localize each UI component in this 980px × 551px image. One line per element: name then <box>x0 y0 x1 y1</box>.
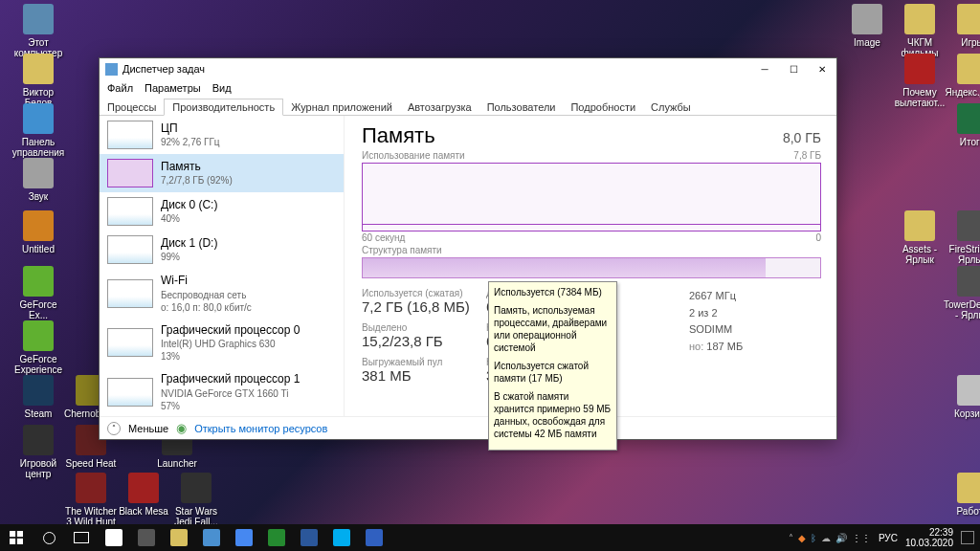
gpu1-thumb <box>107 378 153 407</box>
sidebar-item-wifi[interactable]: Wi-FiБеспроводная сетьo: 16,0 п: 80,0 кб… <box>100 269 344 319</box>
minimize-button[interactable]: ─ <box>750 58 779 79</box>
wifi-thumb <box>107 279 153 308</box>
notifications-icon[interactable] <box>961 531 974 544</box>
desktop-icon[interactable]: Виктор Белов <box>10 54 67 108</box>
svg-rect-0 <box>10 531 15 537</box>
sidebar-item-memory[interactable]: Память7,2/7,8 ГБ (92%) <box>100 154 344 192</box>
desktop-icon[interactable]: Assets - Ярлык <box>891 210 948 265</box>
tabs: Процессы Производительность Журнал прило… <box>100 97 836 116</box>
sidebar-item-gpu1[interactable]: Графический процессор 1NVIDIA GeForce GT… <box>100 367 344 416</box>
sidebar-item-gpu0[interactable]: Графический процессор 0Intel(R) UHD Grap… <box>100 319 344 368</box>
tab-users[interactable]: Пользователи <box>479 99 564 115</box>
taskbar-item[interactable] <box>195 524 228 551</box>
tab-processes[interactable]: Процессы <box>100 99 164 115</box>
titlebar[interactable]: Диспетчер задач ─ ☐ ✕ <box>100 58 836 79</box>
svg-rect-2 <box>10 539 15 544</box>
desktop-icon[interactable]: Итоги <box>944 103 980 147</box>
start-button[interactable] <box>0 524 33 551</box>
desktop-icon[interactable]: Игры <box>944 4 980 48</box>
desktop-icon[interactable]: Star Wars Jedi Fall... <box>167 473 225 527</box>
search-icon[interactable] <box>33 524 65 551</box>
desktop-icon[interactable]: Почему вылетают... <box>891 54 948 108</box>
desktop-icon[interactable]: Этот компьютер <box>10 4 67 58</box>
taskbar-item[interactable] <box>260 524 293 551</box>
taskbar-item[interactable] <box>325 524 358 551</box>
sidebar-item-disk0[interactable]: Диск 0 (C:)40% <box>100 192 344 231</box>
taskbar[interactable]: ˄ ◆ ᛒ ☁ 🔊 ⋮⋮ РУС 22:39 10.03.2020 <box>0 524 980 551</box>
page-title: Память <box>362 123 435 148</box>
tab-performance[interactable]: Производительность <box>164 99 283 116</box>
taskbar-item[interactable] <box>228 524 260 551</box>
desktop-icon[interactable]: Steam <box>10 375 67 419</box>
tab-startup[interactable]: Автозагрузка <box>400 99 479 115</box>
desktop-icon[interactable]: Игровой центр <box>10 425 67 479</box>
tab-details[interactable]: Подробности <box>563 99 643 115</box>
gpu0-thumb <box>107 328 153 357</box>
desktop-icon[interactable]: The Witcher 3 Wild Hunt <box>62 473 120 527</box>
desktop-icon[interactable]: Untitled <box>10 210 67 254</box>
cpu-thumb <box>107 121 153 149</box>
desktop-icon[interactable]: ЧКГМ фильмы <box>891 4 948 58</box>
taskbar-item[interactable] <box>163 524 195 551</box>
lang-indicator[interactable]: РУС <box>879 533 898 543</box>
wifi-icon[interactable]: ⋮⋮ <box>852 533 871 543</box>
close-button[interactable]: ✕ <box>808 58 836 79</box>
open-resmon-link[interactable]: Открыть монитор ресурсов <box>194 423 327 434</box>
task-view-icon[interactable] <box>65 524 98 551</box>
bt-icon[interactable]: ᛒ <box>811 533 816 543</box>
menu-view[interactable]: Вид <box>212 82 232 94</box>
maximize-button[interactable]: ☐ <box>779 58 808 79</box>
struct-label: Структура памяти <box>362 245 821 255</box>
sidebar-item-disk1[interactable]: Диск 1 (D:)99% <box>100 231 344 269</box>
desktop-icon[interactable]: Black Mesa <box>115 473 172 517</box>
disk1-thumb <box>107 235 153 264</box>
memory-tooltip: Используется (7384 МБ) Память, используе… <box>488 281 617 451</box>
task-manager-window: Диспетчер задач ─ ☐ ✕ Файл Параметры Вид… <box>99 57 837 440</box>
tab-services[interactable]: Службы <box>643 99 699 115</box>
desktop-icon[interactable]: GeForce Ex... <box>10 266 67 320</box>
tab-app-history[interactable]: Журнал приложений <box>283 99 400 115</box>
volume-icon[interactable]: 🔊 <box>835 533 847 543</box>
usage-label: Использование памяти <box>362 150 465 161</box>
desktop-icon[interactable]: FireStrike - Ярлык <box>944 210 980 265</box>
tray[interactable]: ˄ ◆ ᛒ ☁ 🔊 ⋮⋮ <box>789 533 871 543</box>
desktop-icon[interactable]: GeForce Experience <box>10 320 67 375</box>
menubar: Файл Параметры Вид <box>100 79 836 97</box>
resmon-icon: ◉ <box>176 421 187 435</box>
disk0-thumb <box>107 197 153 226</box>
desktop-icon[interactable]: Image <box>838 4 896 48</box>
memory-composition[interactable] <box>362 257 821 278</box>
memory-usage-graph[interactable] <box>362 163 821 231</box>
collapse-icon[interactable]: ˄ <box>107 422 121 435</box>
desktop-icon[interactable]: Звук <box>10 158 67 202</box>
sidebar-item-cpu[interactable]: ЦП92% 2,76 ГГц <box>100 116 344 154</box>
desktop-icon[interactable]: Работа <box>944 473 980 517</box>
menu-options[interactable]: Параметры <box>145 82 201 94</box>
taskbar-item[interactable] <box>358 524 390 551</box>
desktop-icon[interactable]: TowerDefen... - Ярлык <box>944 266 980 320</box>
mem-thumb <box>107 159 153 187</box>
app-icon <box>105 63 118 76</box>
av-icon[interactable]: ◆ <box>798 533 806 543</box>
taskbar-item[interactable] <box>293 524 325 551</box>
window-title: Диспетчер задач <box>122 63 205 75</box>
onedrive-icon[interactable]: ☁ <box>821 533 831 543</box>
svg-rect-1 <box>17 531 23 537</box>
footer: ˄ Меньше ◉ Открыть монитор ресурсов <box>100 416 836 439</box>
taskbar-item[interactable] <box>98 524 130 551</box>
taskbar-item[interactable] <box>130 524 163 551</box>
total-memory: 8,0 ГБ <box>783 130 821 145</box>
menu-file[interactable]: Файл <box>107 82 133 94</box>
sidebar: ЦП92% 2,76 ГГц Память7,2/7,8 ГБ (92%) Ди… <box>100 116 345 416</box>
desktop-icon[interactable]: Яндекс.Ди... <box>944 54 980 98</box>
fewer-details[interactable]: Меньше <box>128 423 168 434</box>
desktop-icon[interactable]: Корзина <box>944 375 980 419</box>
clock[interactable]: 22:39 10.03.2020 <box>905 527 953 548</box>
desktop-icon[interactable]: Панель управления <box>10 103 67 158</box>
svg-rect-3 <box>17 539 23 544</box>
